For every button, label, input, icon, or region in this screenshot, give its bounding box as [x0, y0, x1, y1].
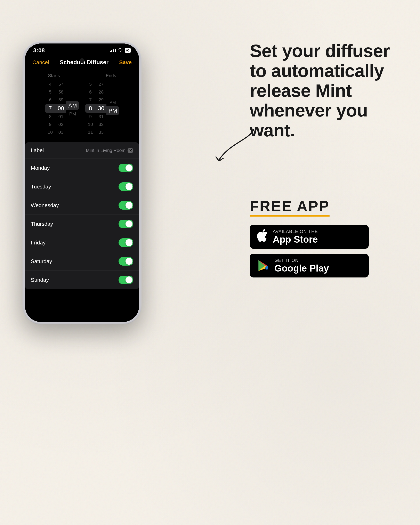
- sunday-label: Sunday: [31, 277, 49, 283]
- ends-picker[interactable]: 5 6 7 8 9 10 11 27: [85, 80, 119, 136]
- label-field-label: Label: [31, 147, 44, 154]
- status-time: 3:08: [33, 47, 45, 54]
- signal-icon: [110, 49, 116, 52]
- sunday-row[interactable]: Sunday: [25, 271, 139, 289]
- saturday-label: Saturday: [31, 258, 52, 264]
- settings-list: Label Mint in Living Room ✕ Monday: [25, 142, 139, 289]
- free-app-section: FREE APP Available on the App Store: [250, 198, 404, 277]
- tuesday-toggle[interactable]: [119, 182, 133, 191]
- ends-period-col[interactable]: AM PM: [106, 94, 119, 123]
- save-button[interactable]: Save: [119, 59, 132, 66]
- starts-picker[interactable]: 4 5 6 7 8 9 10 57: [45, 80, 79, 136]
- ends-label: Ends: [106, 73, 116, 78]
- thursday-row[interactable]: Thursday: [25, 215, 139, 233]
- label-field-value[interactable]: Mint in Living Room ✕: [86, 148, 133, 153]
- thursday-label: Thursday: [31, 221, 53, 227]
- status-icons: 90: [110, 48, 131, 53]
- cancel-button[interactable]: Cancel: [32, 59, 49, 66]
- google-play-badge[interactable]: GET IT ON Google Play: [250, 254, 369, 278]
- clear-label-button[interactable]: ✕: [128, 148, 133, 153]
- saturday-row[interactable]: Saturday: [25, 252, 139, 271]
- picker-columns[interactable]: 4 5 6 7 8 9 10 57: [31, 80, 133, 136]
- starts-minute-col[interactable]: 57 58 59 00 01 02 03: [56, 80, 66, 136]
- ends-hour-col[interactable]: 5 6 7 8 9 10 11: [85, 80, 96, 136]
- google-play-icon: [257, 259, 270, 272]
- arrow-graphic: [213, 127, 258, 168]
- wednesday-row[interactable]: Wednesday: [25, 196, 139, 215]
- battery-indicator: 90: [125, 48, 131, 53]
- starts-period-col[interactable]: AM PM: [66, 94, 79, 123]
- monday-row[interactable]: Monday: [25, 159, 139, 177]
- thursday-toggle[interactable]: [119, 220, 133, 228]
- friday-toggle[interactable]: [119, 238, 133, 247]
- app-store-badge[interactable]: Available on the App Store: [250, 225, 369, 249]
- label-row[interactable]: Label Mint in Living Room ✕: [25, 142, 139, 159]
- monday-label: Monday: [31, 165, 50, 171]
- phone-bottom-area: [25, 289, 139, 322]
- picker-headers: Starts Ends: [31, 73, 133, 78]
- free-app-label: FREE APP: [250, 198, 404, 225]
- time-picker: Starts Ends 4 5 6 7: [25, 69, 139, 140]
- saturday-toggle[interactable]: [119, 257, 133, 266]
- phone-inner-shell: 3:08: [25, 44, 139, 322]
- wifi-icon: [118, 48, 123, 53]
- starts-hour-col[interactable]: 4 5 6 7 8 9 10: [45, 80, 56, 136]
- starts-label: Starts: [48, 73, 60, 78]
- page-layout: 3:08: [0, 0, 420, 525]
- phone-mockup: 3:08: [23, 41, 141, 324]
- wednesday-toggle[interactable]: [119, 201, 133, 210]
- google-play-text: GET IT ON Google Play: [274, 258, 329, 273]
- right-content: Set your diffuser to automatically relea…: [250, 41, 404, 282]
- tagline: Set your diffuser to automatically relea…: [250, 41, 404, 140]
- tuesday-label: Tuesday: [31, 184, 51, 190]
- wednesday-label: Wednesday: [31, 202, 59, 209]
- phone-outer-shell: 3:08: [23, 41, 141, 324]
- app-store-text: Available on the App Store: [273, 229, 318, 245]
- sunday-toggle[interactable]: [119, 276, 133, 284]
- apple-icon: [257, 229, 268, 244]
- ends-minute-col[interactable]: 27 28 29 30 31 32 33: [96, 80, 106, 136]
- camera-notch: [80, 58, 84, 63]
- tuesday-row[interactable]: Tuesday: [25, 177, 139, 196]
- status-bar: 3:08: [25, 44, 139, 56]
- phone-screen: 3:08: [25, 44, 139, 322]
- monday-toggle[interactable]: [119, 164, 133, 172]
- friday-label: Friday: [31, 240, 46, 246]
- friday-row[interactable]: Friday: [25, 233, 139, 252]
